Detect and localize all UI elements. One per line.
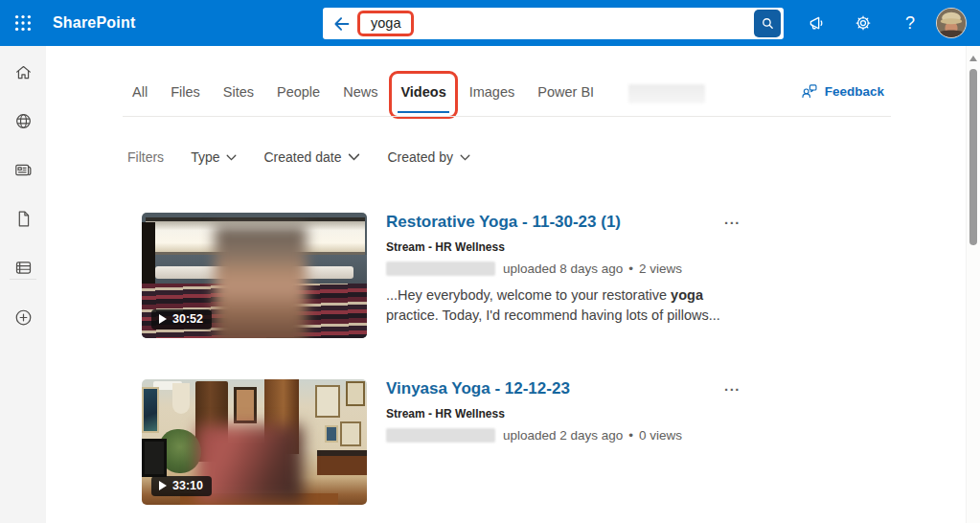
tab-images[interactable]: Images	[469, 84, 515, 100]
chevron-down-icon	[460, 154, 470, 161]
search-query-text: yoga	[371, 15, 400, 31]
home-icon	[13, 62, 34, 82]
feedback-link[interactable]: Feedback	[801, 82, 884, 100]
duration-text: 33:10	[172, 479, 203, 492]
redacted-uploader-name	[386, 262, 495, 276]
blurred-person	[215, 226, 307, 338]
desc-highlight: yoga	[671, 287, 703, 303]
tab-people[interactable]: People	[277, 84, 320, 100]
result-meta: uploaded 8 days ago • 2 views	[386, 262, 788, 276]
more-options-button[interactable]: ...	[724, 211, 741, 227]
play-icon	[159, 314, 167, 324]
back-arrow-icon[interactable]	[331, 13, 353, 34]
plus-circle-icon	[13, 307, 34, 328]
bullet-separator: •	[628, 262, 633, 276]
result-details: Restorative Yoga - 11-30-23 (1) Stream -…	[386, 213, 788, 326]
redacted-uploader-name	[386, 428, 495, 443]
rail-divider	[10, 279, 36, 280]
scroll-up-arrow-icon[interactable]	[969, 56, 977, 61]
uploaded-text: uploaded 8 days ago	[503, 262, 623, 276]
uploaded-text: uploaded 2 days ago	[503, 428, 623, 443]
left-navigation-rail	[0, 46, 46, 523]
tab-files[interactable]: Files	[171, 84, 200, 100]
filters-label[interactable]: Filters	[127, 149, 164, 165]
filter-type-dropdown[interactable]: Type	[191, 149, 237, 165]
result-source: Stream - HR Wellness	[386, 407, 788, 421]
gear-icon	[854, 13, 873, 33]
nav-home-button[interactable]	[0, 49, 46, 95]
chevron-down-icon	[226, 154, 237, 161]
nav-news-button[interactable]	[0, 147, 46, 193]
video-thumbnail[interactable]: 30:52	[142, 213, 367, 338]
views-text: 2 views	[639, 262, 682, 276]
search-results-content: All Files Sites People News Videos Image…	[46, 46, 966, 523]
views-text: 0 views	[639, 428, 682, 443]
thumbnail-scene	[142, 439, 167, 477]
account-avatar[interactable]	[936, 8, 967, 38]
nav-files-button[interactable]	[0, 195, 46, 241]
filter-created-date-dropdown[interactable]: Created date	[263, 149, 360, 165]
sharepoint-search-page: SharePoint yoga	[0, 0, 980, 523]
app-title[interactable]: SharePoint	[53, 0, 135, 46]
video-result-row: 30:52 Restorative Yoga - 11-30-23 (1) St…	[142, 213, 920, 347]
announcements-button[interactable]	[800, 0, 832, 46]
thumbnail-scene	[142, 222, 155, 284]
chevron-down-icon	[348, 153, 360, 161]
desc-pre: ...Hey everybody, welcome to your restor…	[386, 287, 671, 303]
tab-sites[interactable]: Sites	[223, 84, 254, 100]
thumbnail-scene	[234, 387, 257, 423]
tab-all[interactable]: All	[132, 84, 148, 100]
document-icon	[13, 209, 34, 229]
settings-button[interactable]	[847, 0, 879, 46]
nav-sites-button[interactable]	[0, 98, 46, 144]
tab-videos-selected[interactable]: Videos	[400, 84, 445, 100]
globe-icon	[13, 111, 34, 131]
tab-videos-label: Videos	[400, 84, 445, 100]
nav-lists-button[interactable]	[0, 244, 46, 290]
thumbnail-scene	[340, 421, 361, 446]
filter-created-by-dropdown[interactable]: Created by	[387, 149, 469, 165]
app-launcher-button[interactable]	[0, 0, 46, 46]
tab-power-bi[interactable]: Power BI	[537, 84, 594, 100]
avatar-photo	[937, 9, 966, 37]
search-vertical-tabs: All Files Sites People News Videos Image…	[132, 84, 705, 103]
megaphone-icon	[807, 13, 827, 34]
thumbnail-scene	[172, 383, 190, 414]
search-icon	[760, 15, 776, 32]
thumbnail-scene	[346, 381, 365, 406]
news-icon	[13, 160, 34, 180]
filters-bar: Filters Type Created date Created by	[127, 149, 470, 165]
annotation-box-search-term: yoga	[357, 11, 414, 36]
play-icon	[159, 481, 167, 490]
duration-badge: 30:52	[151, 309, 212, 330]
thumbnail-scene	[315, 385, 340, 418]
search-input[interactable]: yoga	[323, 8, 784, 39]
duration-text: 30:52	[172, 312, 203, 326]
feedback-label: Feedback	[825, 84, 884, 99]
waffle-icon	[12, 12, 34, 34]
result-meta: uploaded 2 days ago • 0 views	[386, 428, 788, 443]
suite-header: SharePoint yoga	[0, 0, 980, 46]
help-button[interactable]: ?	[894, 0, 926, 46]
result-source: Stream - HR Wellness	[386, 240, 788, 254]
bullet-separator: •	[628, 428, 633, 443]
scrollbar-thumb[interactable]	[969, 69, 977, 245]
tab-news[interactable]: News	[343, 84, 377, 100]
video-thumbnail[interactable]: 33:10	[142, 379, 367, 505]
blurred-person	[197, 425, 303, 502]
filter-created-date-label: Created date	[263, 149, 341, 165]
desc-post: practice. Today, I'd recommend having lo…	[386, 307, 720, 323]
thumbnail-scene	[142, 387, 159, 433]
duration-badge: 33:10	[151, 476, 212, 496]
thumbnail-scene	[317, 450, 367, 475]
lists-icon	[13, 258, 34, 278]
selected-tab-underline	[398, 111, 448, 114]
search-button[interactable]	[754, 10, 781, 37]
tab-redacted[interactable]	[628, 84, 705, 103]
nav-create-button[interactable]	[0, 294, 46, 340]
result-description: ...Hey everybody, welcome to your restor…	[386, 285, 723, 326]
filter-type-label: Type	[191, 149, 219, 165]
more-options-button[interactable]: ...	[724, 377, 741, 394]
vertical-scrollbar[interactable]	[966, 46, 980, 523]
thumbnail-scene	[325, 425, 338, 443]
